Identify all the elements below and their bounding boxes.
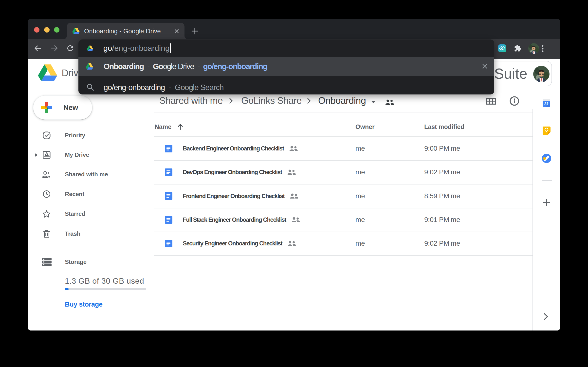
svg-text:31: 31	[544, 102, 549, 106]
